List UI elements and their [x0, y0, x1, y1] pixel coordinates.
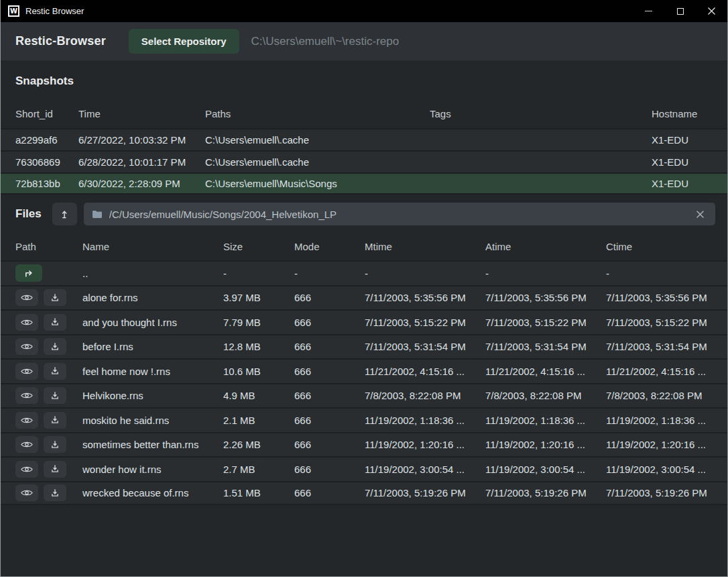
file-atime: 7/11/2003, 5:19:26 PM [485, 487, 606, 499]
parent-row-size: - [223, 268, 294, 279]
eye-icon [21, 465, 33, 474]
preview-file-button[interactable] [15, 363, 38, 380]
download-icon [50, 391, 60, 401]
enter-directory-icon [23, 269, 34, 278]
preview-file-button[interactable] [15, 289, 38, 306]
file-name: sometimes better than.rns [82, 439, 223, 450]
snapshot-hostname: X1-EDU [652, 134, 727, 146]
file-atime: 11/19/2002, 3:00:54 ... [485, 464, 606, 475]
download-file-button[interactable] [44, 363, 66, 380]
download-icon [50, 293, 60, 303]
files-section: Files /C/Users/emuell/Music/Songs/2004_H… [1, 195, 727, 505]
snapshot-short-id: 72b813bb [15, 178, 78, 189]
file-ctime: 7/11/2003, 5:15:22 PM [606, 317, 727, 328]
file-size: 12.8 MB [223, 341, 294, 352]
file-ctime: 7/11/2003, 5:19:26 PM [606, 487, 727, 499]
column-header-ctime: Ctime [606, 241, 727, 252]
file-size: 2.26 MB [223, 439, 294, 450]
snapshot-paths: C:\Users\emuell\Music\Songs [205, 178, 430, 189]
file-row[interactable]: wonder how it.rns 2.7 MB 666 11/19/2002,… [1, 456, 727, 481]
download-file-button[interactable] [44, 338, 66, 355]
files-table-header: Path Name Size Mode Mtime Atime Ctime [1, 232, 727, 260]
current-path-input[interactable]: /C/Users/emuell/Music/Songs/2004_Helveti… [84, 203, 715, 225]
download-file-button[interactable] [44, 436, 66, 453]
download-file-button[interactable] [44, 412, 66, 429]
snapshot-short-id: 76306869 [15, 156, 78, 168]
column-header-mode: Mode [294, 241, 365, 252]
file-mtime: 7/8/2003, 8:22:08 PM [365, 390, 485, 401]
download-icon [50, 342, 60, 352]
go-to-root-button[interactable] [52, 203, 77, 225]
file-atime: 7/11/2003, 5:31:54 PM [485, 341, 606, 352]
download-icon [50, 440, 60, 450]
preview-file-button[interactable] [15, 314, 38, 331]
app-title: Restic-Browser [15, 34, 106, 48]
file-row[interactable]: wrecked because of.rns 1.51 MB 666 7/11/… [1, 481, 727, 506]
file-ctime: 7/11/2003, 5:31:54 PM [606, 341, 727, 352]
window-controls [633, 0, 727, 22]
maximize-icon [677, 8, 684, 15]
download-file-button[interactable] [44, 387, 66, 404]
file-mtime: 11/19/2002, 1:20:16 ... [365, 439, 485, 450]
file-row[interactable]: feel home now !.rns 10.6 MB 666 11/21/20… [1, 358, 727, 383]
file-mtime: 11/21/2002, 4:15:16 ... [365, 366, 485, 377]
download-icon [50, 464, 60, 474]
parent-row-mode: - [294, 268, 365, 279]
file-size: 4.9 MB [223, 390, 294, 401]
snapshot-row[interactable]: 72b813bb 6/30/2022, 2:28:09 PM C:\Users\… [1, 172, 727, 195]
clear-path-button[interactable] [692, 207, 707, 221]
minimize-button[interactable] [633, 0, 664, 22]
level-up-icon [60, 209, 70, 219]
close-button[interactable] [696, 0, 727, 22]
preview-file-button[interactable] [15, 412, 38, 429]
eye-icon [21, 342, 33, 351]
file-mode: 666 [294, 390, 365, 401]
go-parent-directory-button[interactable] [15, 264, 42, 282]
file-row[interactable]: moskito he said.rns 2.1 MB 666 11/19/200… [1, 407, 727, 432]
parent-row-name: .. [82, 268, 223, 279]
column-header-tags: Tags [430, 108, 652, 119]
parent-directory-row[interactable]: .. - - - - - [1, 260, 727, 285]
eye-icon [21, 440, 33, 449]
download-file-button[interactable] [44, 461, 66, 478]
snapshot-row[interactable]: a2299af6 6/27/2022, 10:03:32 PM C:\Users… [1, 128, 727, 150]
file-atime: 7/8/2003, 8:22:08 PM [485, 390, 606, 401]
column-header-mtime: Mtime [365, 241, 485, 252]
eye-icon [21, 318, 33, 327]
file-atime: 11/19/2002, 1:18:36 ... [485, 415, 606, 426]
snapshot-time: 6/30/2022, 2:28:09 PM [78, 178, 205, 189]
file-row[interactable]: sometimes better than.rns 2.26 MB 666 11… [1, 432, 727, 457]
snapshot-hostname: X1-EDU [652, 156, 727, 168]
preview-file-button[interactable] [15, 338, 38, 355]
file-row[interactable]: before I.rns 12.8 MB 666 7/11/2003, 5:31… [1, 334, 727, 359]
file-size: 2.1 MB [223, 415, 294, 426]
wails-logo-icon: W [8, 5, 19, 17]
preview-file-button[interactable] [15, 436, 38, 453]
snapshot-row[interactable]: 76306869 6/28/2022, 10:01:17 PM C:\Users… [1, 150, 727, 172]
file-name: wrecked because of.rns [82, 487, 223, 499]
preview-file-button[interactable] [15, 484, 38, 501]
file-name: before I.rns [82, 341, 223, 352]
download-icon [50, 317, 60, 327]
file-ctime: 7/11/2003, 5:35:56 PM [606, 292, 727, 303]
snapshots-table-header: Short_id Time Paths Tags Hostname [1, 99, 727, 128]
maximize-button[interactable] [664, 0, 696, 22]
select-repository-button[interactable]: Select Repository [129, 29, 239, 54]
preview-file-button[interactable] [15, 461, 38, 478]
download-file-button[interactable] [44, 484, 66, 501]
snapshot-paths: C:\Users\emuell\.cache [205, 134, 430, 146]
file-size: 10.6 MB [223, 366, 294, 377]
file-size: 2.7 MB [223, 464, 294, 475]
file-row[interactable]: alone for.rns 3.97 MB 666 7/11/2003, 5:3… [1, 285, 727, 310]
download-file-button[interactable] [44, 289, 66, 306]
download-file-button[interactable] [44, 314, 66, 331]
file-row[interactable]: Helvikone.rns 4.9 MB 666 7/8/2003, 8:22:… [1, 383, 727, 408]
preview-file-button[interactable] [15, 387, 38, 404]
file-atime: 11/19/2002, 1:20:16 ... [485, 439, 606, 450]
file-row[interactable]: and you thought I.rns 7.79 MB 666 7/11/2… [1, 309, 727, 334]
files-bar: Files /C/Users/emuell/Music/Songs/2004_H… [1, 195, 727, 232]
file-mode: 666 [294, 341, 365, 352]
file-atime: 11/21/2002, 4:15:16 ... [485, 366, 606, 377]
snapshot-short-id: a2299af6 [15, 134, 78, 146]
eye-icon [21, 488, 33, 497]
